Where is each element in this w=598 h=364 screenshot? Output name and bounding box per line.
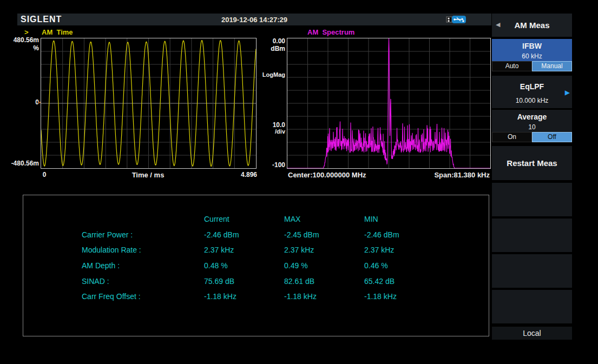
softkey-value: 10 xyxy=(492,123,572,131)
spectrum-scale-div-label: 10.0 xyxy=(259,121,285,129)
results-row-label: Carr Freq Offset : xyxy=(82,292,204,308)
results-cell: -1.18 kHz xyxy=(284,292,364,308)
time-x-end-label: 4.896 xyxy=(227,171,257,178)
results-cell: 0.48 % xyxy=(204,261,284,277)
softkey-value: 10.000 kHz xyxy=(492,97,572,104)
softkey-value: 60 kHz xyxy=(492,52,572,60)
time-trace-marker: > xyxy=(24,28,29,36)
results-row-label: Carrier Power : xyxy=(82,230,204,246)
softkey-average[interactable]: Average 10 On Off xyxy=(492,110,572,142)
time-chart-title: AM Time xyxy=(42,28,73,36)
menu-title: AM Meas xyxy=(492,14,572,37)
results-column-header: MAX xyxy=(284,215,364,230)
results-column-header: MIN xyxy=(364,215,445,230)
softkey-blank-4[interactable] xyxy=(492,290,572,323)
ifbw-auto-option[interactable]: Auto xyxy=(492,61,532,71)
submenu-arrow-icon: ▶ xyxy=(565,89,570,96)
datetime-display: 2019-12-06 14:27:29 xyxy=(17,16,491,24)
spectrum-ref-level-label: 0.00 xyxy=(259,37,285,45)
results-cell: 2.37 kHz xyxy=(204,246,284,261)
softkey-label: Restart Meas xyxy=(492,146,572,180)
softkey-restart-meas[interactable]: Restart Meas xyxy=(492,146,572,180)
time-domain-plot xyxy=(41,38,257,169)
softkey-label: IFBW xyxy=(492,42,572,50)
time-y-unit-label: % xyxy=(1,44,39,52)
spectrum-ref-unit-label: dBm xyxy=(259,45,285,52)
softkey-label: EqLPF xyxy=(492,82,572,91)
results-cell: -2.45 dBm xyxy=(284,230,364,246)
spectrum-scale-div-unit-label: /div xyxy=(259,128,285,135)
softkey-blank-3[interactable] xyxy=(492,254,572,288)
menu-header-am-meas[interactable]: ◀ AM Meas xyxy=(492,14,572,37)
results-cell: -2.46 dBm xyxy=(364,230,445,246)
results-column-header: Current xyxy=(204,215,284,230)
spectrum-span-label: Span:81.380 kHz xyxy=(379,171,490,179)
average-on-off-toggle: On Off xyxy=(492,132,572,142)
results-cell: 75.69 dB xyxy=(204,277,284,293)
results-cell: 2.37 kHz xyxy=(364,246,445,261)
spectrum-y-min-label: -100 xyxy=(259,161,285,169)
average-on-option[interactable]: On xyxy=(492,132,532,142)
spectrum-plot xyxy=(287,38,491,169)
results-row-label: Modulation Rate : xyxy=(82,246,204,261)
measurement-results-table: Current MAX MIN Carrier Power : -2.46 dB… xyxy=(82,215,445,308)
results-cell: 82.61 dB xyxy=(284,277,364,293)
results-row-label: AM Depth : xyxy=(82,261,204,277)
spectrum-center-label: Center:100.000000 MHz xyxy=(288,171,366,179)
results-cell: 65.42 dB xyxy=(364,277,445,293)
spectrum-chart-title: AM Spectrum xyxy=(307,28,354,36)
results-cell: 0.46 % xyxy=(364,261,445,277)
ifbw-manual-option[interactable]: Manual xyxy=(532,61,572,71)
time-y-max-label: 480.56m xyxy=(1,36,39,44)
menu-back-arrow-icon: ◀ xyxy=(496,22,500,28)
ifbw-auto-manual-toggle: Auto Manual xyxy=(492,61,572,71)
results-cell: -2.46 dBm xyxy=(204,230,284,246)
local-button[interactable]: Local xyxy=(492,327,572,340)
time-y-mid-label: 0 xyxy=(1,98,39,106)
top-status-bar: SIGLENT 2019-12-06 14:27:29 xyxy=(17,14,491,25)
results-corner-cell xyxy=(82,215,204,230)
time-x-axis-label: Time / ms xyxy=(41,171,255,179)
spectrum-scale-type-label: LogMag xyxy=(259,71,285,78)
softkey-eqlpf[interactable]: EqLPF 10.000 kHz ▶ xyxy=(492,76,572,108)
softkey-ifbw[interactable]: IFBW 60 kHz Auto Manual xyxy=(492,39,572,71)
results-cell: -1.18 kHz xyxy=(204,292,284,308)
usb-icon xyxy=(446,15,466,24)
softkey-blank-1[interactable] xyxy=(492,183,572,216)
results-row-label: SINAD : xyxy=(82,277,204,293)
results-cell: 0.49 % xyxy=(284,261,364,277)
softkey-blank-2[interactable] xyxy=(492,219,572,252)
measurement-results-panel: Current MAX MIN Carrier Power : -2.46 dB… xyxy=(23,195,489,336)
average-off-option[interactable]: Off xyxy=(532,132,572,142)
softkey-label: Average xyxy=(492,112,572,121)
results-cell: -1.18 kHz xyxy=(364,292,445,308)
results-cell: 2.37 kHz xyxy=(284,246,364,261)
time-y-min-label: -480.56m xyxy=(1,160,39,167)
